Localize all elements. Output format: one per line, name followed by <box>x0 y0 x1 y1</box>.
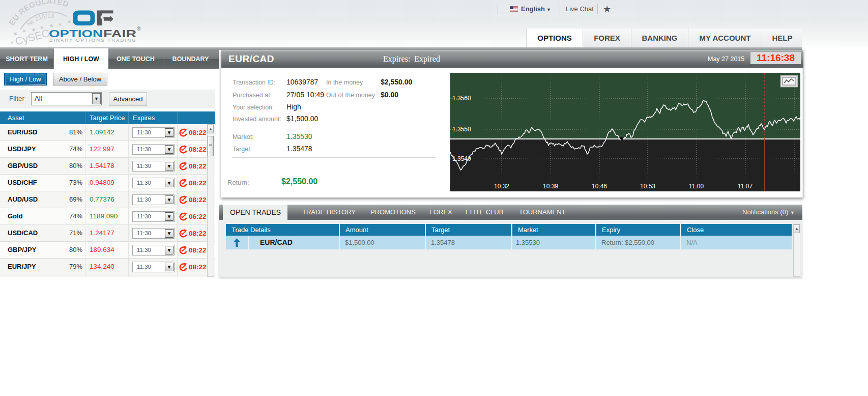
svg-text:10:32: 10:32 <box>494 183 509 190</box>
svg-text:®: ® <box>137 26 141 32</box>
svg-text:1.3540: 1.3540 <box>452 155 471 162</box>
svg-text:10:53: 10:53 <box>640 183 655 190</box>
svg-text:1.3550: 1.3550 <box>452 126 471 133</box>
svg-text:10:46: 10:46 <box>592 183 607 190</box>
svg-text:★: ★ <box>66 18 72 25</box>
svg-text:★: ★ <box>10 40 14 45</box>
svg-text:10:39: 10:39 <box>543 183 558 190</box>
svg-text:1.3560: 1.3560 <box>452 95 471 102</box>
svg-text:11:07: 11:07 <box>738 183 753 190</box>
svg-text:BINARY OPTIONS TRADING: BINARY OPTIONS TRADING <box>49 37 137 43</box>
svg-text:★: ★ <box>57 21 62 27</box>
svg-text:11:00: 11:00 <box>689 183 704 190</box>
